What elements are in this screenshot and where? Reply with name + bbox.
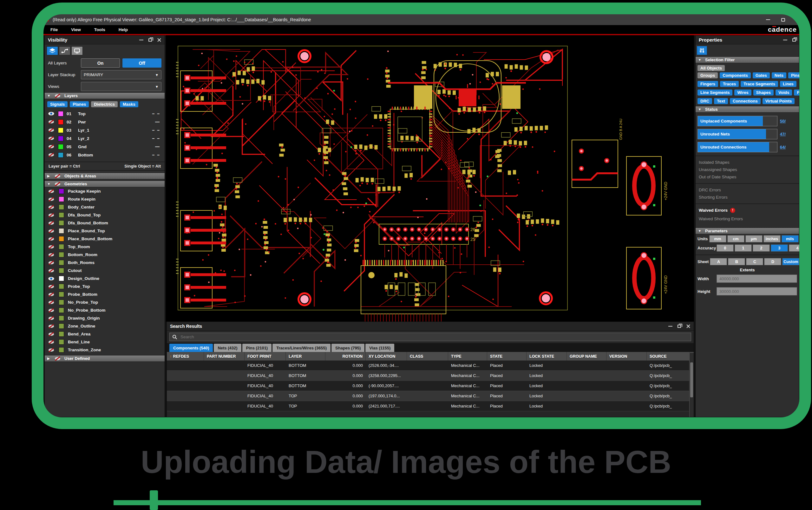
status-section-header[interactable]: ▼ Status [696, 106, 799, 113]
visibility-on-toggle[interactable] [48, 111, 55, 116]
visibility-off-toggle[interactable] [48, 308, 55, 313]
table-row[interactable]: FIDUCIAL_40BOTTOM0.000(-90.000,2057....M… [167, 381, 694, 391]
filter-chip-trace-segments[interactable]: Trace Segments [741, 81, 778, 87]
geometry-color-swatch[interactable] [59, 260, 64, 265]
geometry-row[interactable]: Probe_Bottom [45, 290, 164, 298]
geometry-row[interactable]: Bend_Line [45, 338, 164, 346]
visibility-off-toggle[interactable] [48, 332, 55, 336]
menu-help[interactable]: Help [119, 27, 128, 32]
layer-color-swatch[interactable] [58, 136, 63, 141]
geometry-color-swatch[interactable] [59, 284, 64, 289]
layer-color-swatch[interactable] [58, 119, 63, 125]
geometry-color-swatch[interactable] [59, 189, 64, 194]
all-layers-on-button[interactable]: On [81, 58, 120, 67]
layer-row[interactable]: 03Lyr_1– – [45, 126, 164, 134]
filter-chip-nets[interactable]: Nets [772, 73, 786, 78]
column-header-rotation[interactable]: ROTATION [325, 352, 366, 361]
layer-row[interactable]: 04Lyr_2– – [45, 134, 164, 142]
column-header-refdes[interactable]: ↑REFDES [167, 352, 204, 361]
results-tab[interactable]: Components (540) [170, 344, 213, 352]
filter-chip-text[interactable]: Text [714, 98, 728, 104]
units-button-mm[interactable]: mm [709, 235, 726, 243]
width-field[interactable] [717, 275, 797, 283]
visibility-off-toggle[interactable] [48, 153, 55, 157]
visibility-off-toggle[interactable] [48, 237, 55, 241]
visibility-restore-icon[interactable] [148, 38, 152, 41]
geometry-color-swatch[interactable] [59, 196, 64, 202]
visibility-close-icon[interactable] [157, 38, 161, 42]
visibility-off-toggle[interactable] [48, 229, 55, 233]
status-count-link[interactable]: 50/ [780, 119, 786, 123]
geometry-row[interactable]: Design_Outline [45, 275, 164, 282]
table-row[interactable]: FIDUCIAL_40TOP0.000(2421.000,717....Mech… [167, 401, 694, 411]
sheet-button-a[interactable]: A [710, 258, 727, 265]
filter-sliders-tool[interactable] [697, 46, 707, 55]
filter-chip-virtual-points[interactable]: Virtual Points [762, 98, 795, 104]
search-input[interactable] [180, 334, 688, 340]
geometry-color-swatch[interactable] [59, 220, 64, 226]
geometry-row[interactable]: Bottom_Room [45, 251, 164, 259]
geometry-color-swatch[interactable] [59, 252, 64, 257]
geometry-color-swatch[interactable] [59, 308, 64, 313]
visibility-off-toggle[interactable] [48, 260, 55, 265]
visibility-minimize-icon[interactable] [139, 40, 143, 40]
column-header-part-number[interactable]: PART NUMBER [204, 352, 245, 361]
geometry-row[interactable]: Body_Center [45, 203, 164, 211]
geometry-color-swatch[interactable] [59, 268, 64, 273]
filter-chip-traces[interactable]: Traces [720, 81, 739, 87]
geometry-row[interactable]: Both_Rooms [45, 259, 164, 266]
geometry-row[interactable]: Place_Bound_Top [45, 227, 164, 235]
column-header-type[interactable]: TYPE [448, 352, 487, 361]
filter-chip-pins[interactable]: Pins [788, 73, 799, 78]
visibility-off-toggle[interactable] [48, 205, 55, 209]
layer-color-swatch[interactable] [58, 144, 63, 149]
table-row[interactable]: FIDUCIAL_40BOTTOM0.000(3258.000,2295...M… [167, 371, 694, 381]
layer-row[interactable]: 01Top– – [45, 110, 164, 118]
layer-row[interactable]: 06Bottom– – [45, 151, 164, 159]
filter-chip-shapes[interactable]: Shapes [753, 89, 774, 95]
geometry-row[interactable]: Dfa_Bound_Top [45, 211, 164, 219]
visibility-off-toggle[interactable] [48, 197, 55, 201]
accuracy-button-0[interactable]: 0 [717, 244, 734, 252]
minimize-button[interactable] [764, 16, 772, 23]
properties-restore-icon[interactable] [792, 38, 796, 41]
geometry-color-swatch[interactable] [59, 323, 64, 329]
layer-row[interactable]: 02Pwr— [45, 118, 164, 126]
objects-areas-section-header[interactable]: ▶ Objects & Areas [45, 173, 164, 179]
visibility-off-toggle[interactable] [48, 284, 55, 289]
filter-chip-fingers[interactable]: Fingers [697, 81, 718, 87]
visibility-off-toggle[interactable] [48, 292, 55, 297]
geometry-row[interactable]: Package Keepin [45, 187, 164, 195]
accuracy-button-2[interactable]: 2 [753, 244, 770, 252]
column-header-version[interactable]: VERSION [606, 352, 647, 361]
search-restore-icon[interactable] [678, 325, 681, 328]
geometries-section-header[interactable]: ▼ Geometries [45, 180, 164, 187]
filter-chip-gates[interactable]: Gates [753, 73, 770, 78]
visibility-on-toggle[interactable] [48, 277, 55, 281]
column-header-layer[interactable]: LAYER [286, 352, 325, 361]
menu-file[interactable]: File [51, 27, 58, 32]
filter-chip-groups[interactable]: Groups [697, 73, 718, 78]
column-header-source[interactable]: SOURCE [647, 352, 690, 361]
nets-view-tool[interactable] [59, 46, 70, 55]
results-tab[interactable]: Traces/Lines/Wires (3655) [272, 344, 331, 352]
visibility-off-toggle[interactable] [48, 300, 55, 305]
geometry-row[interactable]: Zone_Outline [45, 322, 164, 330]
filter-chip-lines[interactable]: Lines [780, 81, 796, 87]
filter-chip-line-segments[interactable]: Line Segments [697, 89, 732, 95]
filter-chip-all-objects[interactable]: All Objects [697, 65, 725, 71]
filter-chip-voids[interactable]: Voids [776, 89, 792, 95]
column-header-foot-print[interactable]: FOOT PRINT [245, 352, 286, 361]
maximize-button[interactable] [780, 16, 787, 23]
geometry-color-swatch[interactable] [59, 339, 64, 345]
geometry-color-swatch[interactable] [59, 315, 64, 321]
column-header-class[interactable]: CLASS [407, 352, 448, 361]
filter-chip-components[interactable]: Components [720, 73, 750, 78]
units-button-mils[interactable]: mils [782, 235, 799, 243]
layer-color-swatch[interactable] [58, 128, 63, 133]
visibility-off-toggle[interactable] [48, 348, 55, 352]
layers-view-tool[interactable] [47, 46, 58, 55]
geometry-color-swatch[interactable] [59, 300, 64, 305]
results-tab[interactable]: Vias (1155) [365, 344, 394, 352]
results-scrollbar[interactable] [689, 353, 694, 417]
